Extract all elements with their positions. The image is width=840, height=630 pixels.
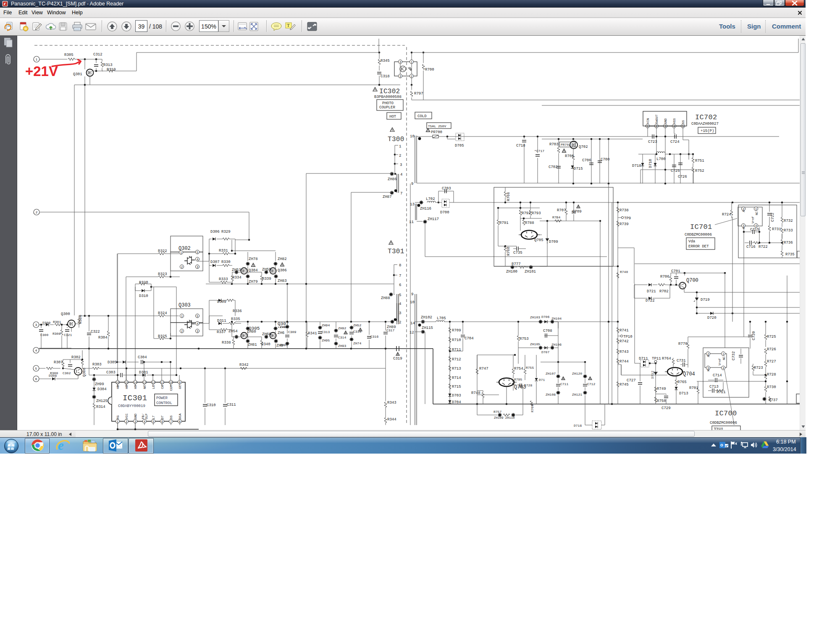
svg-text:R714: R714 [452,376,461,380]
svg-text:C712: C712 [587,382,595,386]
svg-text:R305: R305 [64,53,74,57]
svg-text:R341: R341 [308,331,317,336]
svg-text:R750: R750 [657,399,666,403]
svg-text:Q306: Q306 [278,268,287,273]
svg-text:7: 7 [399,274,401,278]
svg-text:D700: D700 [440,210,449,215]
svg-text:R7B4: R7B4 [552,215,560,219]
svg-text:D718: D718 [632,164,641,168]
svg-text:R740: R740 [620,270,628,274]
svg-text:R788: R788 [525,221,534,225]
svg-text:D308: D308 [49,374,57,378]
svg-text:R745: R745 [620,383,629,387]
svg-text:C718: C718 [516,144,525,148]
svg-text:4: 4 [35,349,37,352]
svg-text:C318: C318 [381,74,390,79]
svg-text:R732: R732 [784,219,793,223]
svg-text:Vref: Vref [751,216,755,223]
svg-text:R301: R301 [53,320,61,324]
svg-text:C714: C714 [713,373,722,378]
svg-text:D713: D713 [679,391,688,396]
svg-text:C720: C720 [752,331,756,340]
svg-text:ZH125: ZH125 [96,399,108,403]
svg-text:T: T [287,23,290,28]
svg-text:C723: C723 [648,140,657,144]
svg-text:IC301: IC301 [123,394,147,403]
svg-text:C732: C732 [732,351,736,360]
svg-text:C700: C700 [601,158,610,162]
svg-text:GND: GND [664,118,667,124]
svg-text:R302: R302 [71,355,81,360]
svg-text:R343: R343 [387,401,396,405]
svg-text:SS: SS [170,415,173,419]
svg-text:ZH88: ZH88 [381,296,390,300]
svg-text:C728: C728 [524,383,532,387]
svg-text:R335: R335 [231,317,240,321]
svg-text:R764: R764 [662,357,671,361]
svg-text:ZH95: ZH95 [322,339,330,342]
svg-text:R314: R314 [96,405,105,409]
svg-text:C322: C322 [91,330,100,334]
svg-text:D711: D711 [639,357,648,361]
svg-text:6: 6 [399,283,401,287]
svg-text:R342: R342 [239,363,249,367]
svg-text:SWOUT: SWOUT [655,114,659,124]
svg-text:HS: HS [134,385,137,389]
svg-text:C731: C731 [677,359,686,363]
svg-text:R712: R712 [452,357,461,362]
svg-text:TP11: TP11 [652,357,661,361]
svg-text:D301: D301 [139,370,148,375]
svg-text:7: 7 [400,192,402,196]
svg-text:1: 1 [411,60,412,64]
svg-text:+15(P): +15(P) [701,129,714,133]
svg-text:R340: R340 [261,342,270,346]
svg-text:ZH78: ZH78 [249,257,258,261]
svg-text:R749: R749 [657,387,666,391]
svg-text:IC702: IC702 [695,113,717,121]
svg-text:4: 4 [722,367,724,370]
svg-text:R730: R730 [767,385,776,389]
svg-text:C312: C312 [93,52,102,57]
svg-text:1: 1 [399,144,401,149]
svg-text:D719: D719 [701,298,710,302]
svg-text:R743: R743 [620,350,629,354]
svg-text:VCC: VCC [125,413,129,419]
svg-text:R707: R707 [557,208,566,213]
svg-text:R702: R702 [659,289,669,294]
svg-text:TP10: TP10 [623,335,633,339]
svg-text:C726: C726 [678,175,687,179]
svg-text:16: 16 [116,381,119,384]
svg-text:1: 1 [722,352,724,356]
svg-text:OCA: OCA [178,413,182,419]
svg-text:14: 14 [134,381,137,384]
svg-text:D720: D720 [707,316,717,320]
svg-text:ZH54: ZH54 [228,329,238,333]
svg-text:3: 3 [400,163,402,167]
svg-text:CW: CW [161,385,164,389]
svg-text:ZH74: ZH74 [353,341,361,345]
svg-text:C727: C727 [627,378,636,383]
svg-text:11: 11 [160,381,164,384]
svg-text:OC: OC [178,385,182,389]
svg-text:COUPLER: COUPLER [379,105,395,110]
svg-text:4: 4 [755,224,757,228]
svg-text:C724: C724 [670,140,680,144]
svg-text:C703: C703 [442,186,451,191]
svg-text:ZH83: ZH83 [278,279,287,283]
svg-text:15: 15 [125,381,128,384]
svg-text:9: 9 [411,292,413,297]
svg-text:2: 2 [707,352,709,356]
svg-text:IC700: IC700 [715,410,737,417]
svg-text:ZH106: ZH106 [551,343,562,346]
svg-text:1: 1 [755,207,757,211]
svg-text:11: 11 [409,220,414,224]
svg-text:ZH108: ZH108 [546,393,556,396]
svg-text:Q702: Q702 [579,145,588,149]
svg-text:C706: C706 [582,158,591,163]
svg-text:C715: C715 [750,228,759,232]
svg-text:C711: C711 [560,382,568,386]
svg-text:R337: R337 [217,330,226,334]
svg-text:CONTROL: CONTROL [156,401,172,405]
svg-text:ZH102: ZH102 [421,315,432,320]
svg-text:Q300: Q300 [61,312,70,316]
